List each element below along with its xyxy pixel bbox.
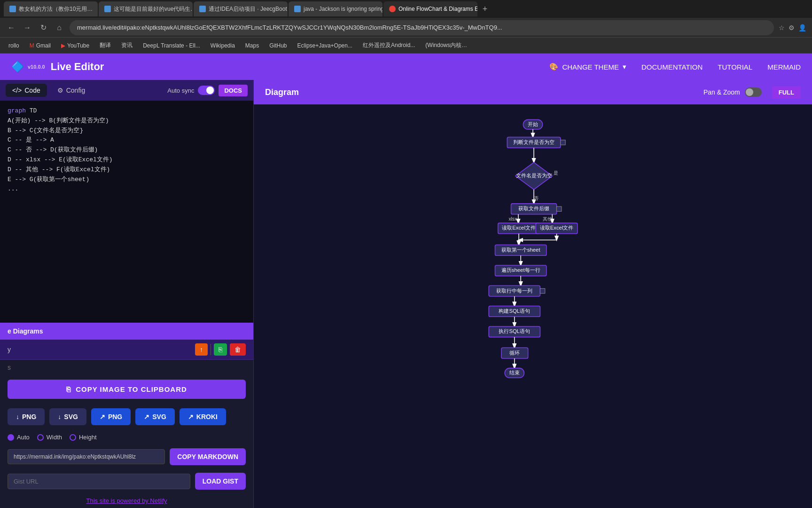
- diagram-actions: ↑ ⎘ 🗑: [195, 343, 246, 356]
- open-png-icon: ↗: [100, 413, 105, 421]
- copy-image-section: ⎘ COPY IMAGE TO CLIPBOARD: [0, 375, 253, 404]
- flowchart-svg: 开始 判断文件是否为空 文件名是否为空 获取文件后缀: [392, 114, 674, 420]
- download-png-icon: ↓: [16, 413, 19, 421]
- bookmark-github[interactable]: GitHub: [265, 41, 290, 50]
- gist-url-input[interactable]: [8, 474, 190, 489]
- bookmark-eclipse[interactable]: Eclipse+Java+Open...: [294, 41, 356, 50]
- bookmark-youtube[interactable]: ▶YouTube: [57, 41, 93, 50]
- pan-zoom-toggle[interactable]: [745, 87, 762, 97]
- bookmark-icon[interactable]: ☆: [779, 24, 785, 32]
- suffix-port: [557, 206, 562, 211]
- bookmark-maps[interactable]: Maps: [242, 41, 263, 50]
- refresh-button[interactable]: ↻: [38, 23, 49, 32]
- get-sheet-label: 获取第一个sheet: [501, 247, 541, 253]
- notes-row: [0, 360, 253, 375]
- copy-markdown-button[interactable]: COPY MARKDOWN: [170, 448, 246, 465]
- open-kroki-button[interactable]: ↗ KROKI: [180, 408, 226, 425]
- radio-auto-circle: [8, 434, 14, 441]
- radio-section: Auto Width Height: [0, 430, 253, 444]
- tab-2-label: 这可能是目前最好的vue代码生…: [114, 5, 193, 13]
- bookmark-ir[interactable]: 红外遥控及Android...: [359, 40, 419, 51]
- address-input[interactable]: [70, 20, 774, 35]
- mermaid-link[interactable]: MERMAID: [767, 63, 801, 71]
- bookmark-rollo[interactable]: rollo: [5, 41, 23, 50]
- new-tab-button[interactable]: +: [478, 2, 492, 16]
- tab-5-favicon: [389, 6, 396, 12]
- chevron-down-icon: ▾: [623, 63, 626, 71]
- url-section: COPY MARKDOWN: [0, 444, 253, 469]
- pan-zoom-label: Pan & Zoom: [703, 88, 740, 96]
- build-sql-label: 构建SQL语句: [498, 308, 530, 314]
- tab-3-favicon: [199, 6, 206, 12]
- code-line-6: D -- xlsx --> E(读取Excel文件): [8, 155, 246, 165]
- forward-button[interactable]: →: [22, 24, 33, 32]
- left-panel: </> Code ⚙ Config Auto sync DOCS graph T…: [0, 80, 254, 508]
- sample-title: e Diagrams: [8, 327, 246, 335]
- diagram-header: Diagram Pan & Zoom FULL: [254, 80, 812, 104]
- url-input[interactable]: [8, 449, 165, 464]
- bookmark-translate[interactable]: 翻译: [96, 40, 115, 51]
- open-png-label: PNG: [108, 413, 122, 421]
- radio-auto[interactable]: Auto: [8, 434, 30, 441]
- download-png-button[interactable]: ↓ PNG: [8, 408, 45, 425]
- clipboard-icon: ⎘: [66, 385, 71, 393]
- check-empty-port: [561, 140, 565, 145]
- auto-sync-switch[interactable]: [198, 86, 215, 95]
- loop-row-label: 遍历sheet每一行: [501, 267, 540, 273]
- code-line-3: B --> C{文件名是否为空}: [8, 126, 246, 136]
- bookmark-windows[interactable]: (Windows内核…: [422, 40, 471, 51]
- bookmark-gmail[interactable]: MGmail: [26, 41, 55, 50]
- tab-5[interactable]: Online FlowChart & Diagrams Ed… ✕: [383, 1, 477, 16]
- bookmark-wikipedia[interactable]: Wikipedia: [207, 41, 239, 50]
- divider: [211, 344, 211, 355]
- upload-diagram-button[interactable]: ↑: [195, 343, 208, 356]
- home-button[interactable]: ⌂: [54, 24, 65, 32]
- auto-sync-toggle: Auto sync DOCS: [167, 85, 248, 96]
- change-theme-button[interactable]: 🎨 CHANGE THEME ▾: [549, 63, 626, 71]
- tab-1-label: 教女机的方法（教你10元用…: [19, 5, 93, 13]
- panel-tabs: </> Code ⚙ Config Auto sync DOCS: [0, 80, 253, 101]
- extensions-icon[interactable]: ⚙: [789, 24, 795, 32]
- delete-diagram-button[interactable]: 🗑: [230, 343, 246, 356]
- tab-4[interactable]: java - Jackson is ignoring spring… ✕: [289, 1, 383, 16]
- diagram-name: y: [8, 346, 195, 353]
- fullscreen-button[interactable]: FULL: [772, 86, 801, 99]
- check-empty-label: 判断文件是否为空: [513, 139, 554, 145]
- tab-config[interactable]: ⚙ Config: [51, 84, 92, 97]
- back-button[interactable]: ←: [6, 24, 17, 32]
- documentation-link[interactable]: DOCUMENTATION: [641, 63, 703, 71]
- tab-1[interactable]: 教女机的方法（教你10元用… ✕: [4, 1, 98, 16]
- load-gist-button[interactable]: LOAD GIST: [195, 473, 246, 490]
- tab-3[interactable]: 通过IDEA启动项目 · JeecgBoot… ✕: [194, 1, 288, 16]
- notes-input[interactable]: [8, 364, 246, 371]
- bookmark-news[interactable]: 资讯: [117, 40, 136, 51]
- tab-4-favicon: [294, 6, 301, 12]
- bookmark-deepl[interactable]: DeepL Translate - Ell...: [139, 41, 204, 50]
- download-svg-button[interactable]: ↓ SVG: [49, 408, 86, 425]
- tab-2[interactable]: 这可能是目前最好的vue代码生… ✕: [99, 1, 193, 16]
- gist-section: LOAD GIST: [0, 469, 253, 493]
- tab-1-close[interactable]: ✕: [97, 6, 98, 12]
- radio-auto-label: Auto: [17, 434, 30, 441]
- radio-height[interactable]: Height: [70, 434, 97, 441]
- diagram-canvas[interactable]: 开始 判断文件是否为空 文件名是否为空 获取文件后缀: [254, 104, 812, 508]
- profile-icon[interactable]: 👤: [798, 24, 806, 32]
- tab-config-label: Config: [66, 87, 85, 94]
- tab-4-label: java - Jackson is ignoring spring…: [304, 6, 383, 12]
- right-panel: Diagram Pan & Zoom FULL 开始: [254, 80, 812, 508]
- code-editor[interactable]: graph TD A(开始) --> B(判断文件是否为空) B --> C{文…: [0, 101, 253, 323]
- sample-section: e Diagrams: [0, 323, 253, 340]
- app-header: 🔷 v10.0.0 Live Editor 🎨 CHANGE THEME ▾ D…: [0, 54, 812, 80]
- open-png-button[interactable]: ↗ PNG: [91, 408, 131, 425]
- open-svg-button[interactable]: ↗ SVG: [135, 408, 175, 425]
- copy-diagram-button[interactable]: ⎘: [214, 343, 227, 356]
- download-svg-label: SVG: [64, 413, 78, 421]
- tutorial-link[interactable]: TUTORIAL: [718, 63, 752, 71]
- copy-image-button[interactable]: ⎘ COPY IMAGE TO CLIPBOARD: [8, 380, 246, 399]
- open-svg-label: SVG: [152, 413, 166, 421]
- radio-width[interactable]: Width: [37, 434, 62, 441]
- docs-button[interactable]: DOCS: [219, 85, 248, 96]
- copy-image-label: COPY IMAGE TO CLIPBOARD: [76, 385, 187, 393]
- footer[interactable]: This site is powered by Netlify: [0, 493, 253, 508]
- tab-code[interactable]: </> Code: [6, 84, 47, 97]
